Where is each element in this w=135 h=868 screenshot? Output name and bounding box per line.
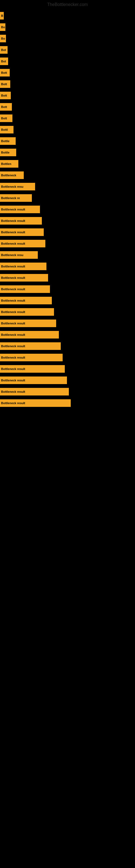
bar-row: Bottle <box>0 136 135 146</box>
bar-label: Bottleneck result <box>1 230 25 234</box>
bottleneck-bar: Bottleneck result <box>0 354 63 361</box>
bottleneck-bar: Bottleneck result <box>0 342 61 350</box>
bar-row: Bott <box>0 79 135 89</box>
bar-row: Bottleneck resu <box>0 182 135 191</box>
bar-label: Bottleneck result <box>1 265 25 268</box>
bar-row: Bottleneck result <box>0 261 135 271</box>
bar-row: Bottleneck result <box>0 273 135 283</box>
bottleneck-bar: Bottleneck result <box>0 308 54 316</box>
bottleneck-bar: Bottl <box>0 126 13 133</box>
bottleneck-bar: Bottleneck result <box>0 262 46 270</box>
bar-label: Bott <box>1 83 7 86</box>
bar-label: Bottleneck result <box>1 242 25 245</box>
bar-label: Bott <box>1 105 7 108</box>
bar-label: Bottl <box>1 128 8 131</box>
bar-label: Bottleneck result <box>1 310 25 314</box>
bottleneck-bar: Bottleneck result <box>0 399 71 407</box>
bottleneck-bar: Bottleneck result <box>0 388 69 396</box>
bottleneck-bar: Bottle <box>0 137 16 145</box>
bar-label: Bott <box>1 71 7 74</box>
bar-row: Bottleneck result <box>0 205 135 214</box>
bar-row: Bottleneck result <box>0 307 135 317</box>
bar-label: Bottleneck result <box>1 322 25 325</box>
bar-label: Bottleneck result <box>1 276 25 279</box>
bar-label: Bottleneck result <box>1 333 25 336</box>
bottleneck-bar: Bottleneck result <box>0 376 67 384</box>
bar-label: Bottlen <box>1 162 11 165</box>
bar-row: Bottleneck resu <box>0 250 135 260</box>
bars-container: BBoBoBotBotBottBottBottBottBottBottlBott… <box>0 11 135 408</box>
bottleneck-bar: Bottleneck result <box>0 274 48 282</box>
bar-row: Bottleneck result <box>0 227 135 237</box>
bottleneck-bar: Bottle <box>0 149 16 156</box>
bar-row: Bo <box>0 34 135 43</box>
bottleneck-bar: Bottleneck result <box>0 206 40 213</box>
bottleneck-bar: Bottleneck result <box>0 240 45 247</box>
bottleneck-bar: Bott <box>0 92 11 99</box>
bottleneck-bar: B <box>0 12 4 20</box>
bar-row: Bottleneck result <box>0 375 135 385</box>
bottleneck-bar: Bott <box>0 80 10 88</box>
bar-label: Bott <box>1 94 7 97</box>
bottleneck-bar: Bottleneck result <box>0 319 56 327</box>
bar-label: Bottleneck result <box>1 401 25 405</box>
bottleneck-bar: Bot <box>0 46 8 54</box>
bar-label: Bottle <box>1 151 9 154</box>
bar-label: Bottleneck result <box>1 219 25 222</box>
bottleneck-bar: Bottleneck re <box>0 194 32 202</box>
bar-row: Bottleneck result <box>0 352 135 362</box>
bottleneck-bar: Bottleneck result <box>0 228 44 236</box>
bottleneck-bar: Bott <box>0 115 12 122</box>
bar-row: Bottleneck <box>0 170 135 180</box>
bar-row: Bottleneck result <box>0 330 135 340</box>
bar-row: Bottleneck result <box>0 216 135 226</box>
bar-row: Bottleneck result <box>0 341 135 351</box>
bar-row: Bott <box>0 102 135 112</box>
bar-label: Bottleneck result <box>1 379 25 382</box>
bar-label: B <box>1 14 3 18</box>
bottleneck-bar: Bo <box>0 35 6 42</box>
bottleneck-bar: Bottleneck result <box>0 297 52 304</box>
bar-row: Bott <box>0 113 135 123</box>
bar-label: Bot <box>1 60 6 63</box>
bar-label: Bottleneck result <box>1 299 25 302</box>
bar-row: B <box>0 11 135 21</box>
bottleneck-bar: Bot <box>0 58 8 65</box>
bar-label: Bottleneck result <box>1 367 25 371</box>
bottleneck-bar: Bottleneck result <box>0 285 50 293</box>
bar-label: Bottleneck resu <box>1 185 24 188</box>
bar-label: Bottleneck result <box>1 208 25 211</box>
site-title: TheBottlenecker.com <box>0 0 135 9</box>
bar-label: Bottleneck re <box>1 196 20 199</box>
bottleneck-bar: Bottleneck result <box>0 217 42 225</box>
bar-row: Bott <box>0 91 135 100</box>
bottleneck-bar: Bottlen <box>0 160 18 167</box>
bar-row: Bottlen <box>0 159 135 169</box>
bottleneck-bar: Bottleneck resu <box>0 183 35 190</box>
bar-label: Bottleneck result <box>1 356 25 359</box>
bar-label: Bottleneck result <box>1 390 25 393</box>
bar-label: Bo <box>1 37 5 40</box>
bottleneck-bar: Bottleneck <box>0 172 24 179</box>
bottleneck-bar: Bottleneck result <box>0 365 65 373</box>
bar-row: Bot <box>0 56 135 66</box>
bar-row: Bottleneck result <box>0 387 135 397</box>
bar-label: Bottle <box>1 140 9 143</box>
bar-row: Bo <box>0 22 135 32</box>
bar-label: Bo <box>1 26 5 29</box>
bar-label: Bottleneck result <box>1 344 25 348</box>
bar-row: Bottleneck re <box>0 193 135 203</box>
bar-row: Bottleneck result <box>0 296 135 305</box>
bar-row: Bottle <box>0 148 135 157</box>
bar-label: Bottleneck result <box>1 287 25 291</box>
bar-row: Bottleneck result <box>0 239 135 248</box>
bar-label: Bottleneck resu <box>1 253 24 257</box>
bar-row: Bott <box>0 68 135 78</box>
bar-row: Bottl <box>0 125 135 134</box>
bottleneck-bar: Bottleneck resu <box>0 251 38 259</box>
bar-row: Bottleneck result <box>0 398 135 408</box>
bar-label: Bot <box>1 48 6 52</box>
bar-row: Bot <box>0 45 135 55</box>
bottleneck-bar: Bott <box>0 103 12 111</box>
bar-label: Bott <box>1 117 7 120</box>
